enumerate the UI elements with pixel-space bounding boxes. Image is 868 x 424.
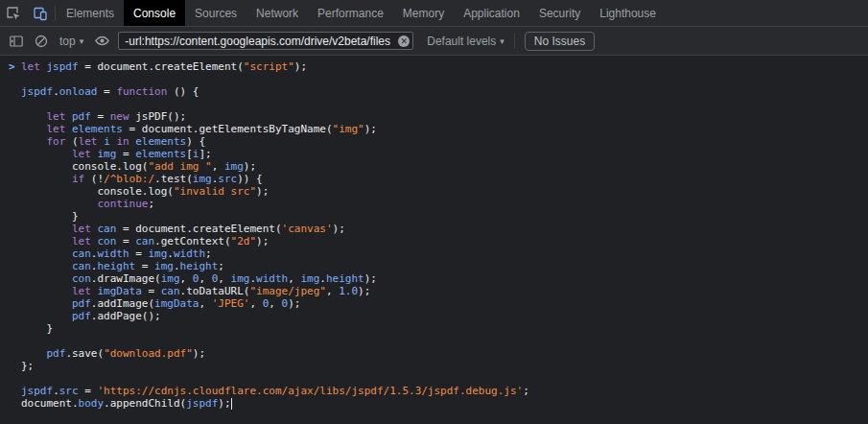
panel-tabs: ElementsConsoleSourcesNetworkPerformance… (57, 0, 666, 26)
toggle-device-toolbar-icon[interactable] (27, 0, 54, 26)
code-line: can.height = img.height; (21, 260, 868, 272)
code-line: console.log("add img ", img); (21, 160, 868, 173)
console-prompt-chevron: > (9, 60, 15, 73)
code-line: pdf.addImage(imgData, 'JPEG', 0, 0); (21, 297, 868, 310)
device-toolbar-glyph (33, 6, 48, 21)
toolbar-divider (55, 6, 56, 20)
live-expression-eye-icon[interactable] (89, 29, 114, 54)
inspect-element-icon[interactable] (0, 0, 27, 26)
console-filter-input[interactable] (118, 32, 413, 50)
code-line: let elements = document.getElementsByTag… (21, 123, 868, 135)
log-levels-selector[interactable]: Default levels ▾ (421, 35, 510, 48)
code-line (21, 372, 868, 385)
code-line: for (let i in elements) { (21, 135, 868, 148)
code-line: con.drawImage(img, 0, 0, img.width, img.… (21, 272, 868, 285)
code-line: document.body.appendChild(jspdf); (21, 397, 868, 410)
tab-console[interactable]: Console (124, 0, 185, 26)
tab-sources[interactable]: Sources (185, 0, 246, 26)
code-line (21, 73, 868, 85)
context-selector[interactable]: top ▾ (54, 35, 89, 48)
code-line: console.log("invalid src"); (21, 185, 868, 198)
code-line: continue; (21, 198, 868, 210)
chevron-down-icon: ▾ (80, 36, 84, 46)
tab-elements[interactable]: Elements (57, 0, 124, 26)
code-line: jspdf.onload = function () { (21, 85, 868, 98)
issues-button[interactable]: No Issues (525, 32, 595, 51)
chevron-down-icon: ▾ (500, 36, 504, 46)
clear-filter-icon[interactable]: ✕ (398, 35, 410, 47)
tab-performance[interactable]: Performance (308, 0, 393, 26)
console-input-code[interactable]: let jspdf = document.createElement("scri… (0, 56, 868, 410)
code-line: let pdf = new jsPDF(); (21, 110, 868, 123)
code-line: pdf.save("download.pdf"); (21, 347, 868, 360)
code-line: let jspdf = document.createElement("scri… (21, 60, 868, 73)
code-line: } (21, 322, 868, 335)
toolbar-divider (514, 34, 515, 49)
log-levels-label: Default levels (427, 35, 496, 48)
code-line: }; (21, 360, 868, 372)
eye-glyph (94, 33, 110, 49)
inspect-element-glyph (6, 6, 21, 21)
clear-console-glyph (34, 34, 49, 49)
tab-application[interactable]: Application (454, 0, 529, 26)
code-line (21, 335, 868, 347)
code-line: let can = document.createElement('canvas… (21, 223, 868, 235)
text-caret (231, 398, 232, 410)
devtools-tabbar: ElementsConsoleSourcesNetworkPerformance… (0, 0, 868, 27)
console-sidebar-glyph (9, 34, 24, 49)
tab-security[interactable]: Security (529, 0, 590, 26)
code-line: let imgData = can.toDataURL("image/jpeg"… (21, 285, 868, 297)
code-line (21, 98, 868, 110)
console-panel[interactable]: > let jspdf = document.createElement("sc… (0, 56, 868, 424)
tab-network[interactable]: Network (246, 0, 308, 26)
tab-lighthouse[interactable]: Lighthouse (590, 0, 666, 26)
code-line: let img = elements[i]; (21, 148, 868, 160)
context-selector-label: top (59, 35, 76, 48)
tab-memory[interactable]: Memory (393, 0, 454, 26)
code-line: pdf.addPage(); (21, 310, 868, 322)
console-toolbar: top ▾ ✕ Default levels ▾ No Issues (0, 27, 868, 56)
code-line: } (21, 210, 868, 223)
code-line: if (!/^blob:/.test(img.src)) { (21, 173, 868, 185)
code-line: jspdf.src = 'https://cdnjs.cloudflare.co… (21, 385, 868, 397)
devtools-window: ElementsConsoleSourcesNetworkPerformance… (0, 0, 868, 424)
console-filter: ✕ (118, 32, 413, 51)
code-line: can.width = img.width; (21, 247, 868, 260)
clear-console-icon[interactable] (29, 29, 54, 54)
console-sidebar-icon[interactable] (4, 29, 29, 54)
code-line: let con = can.getContext("2d"); (21, 235, 868, 247)
